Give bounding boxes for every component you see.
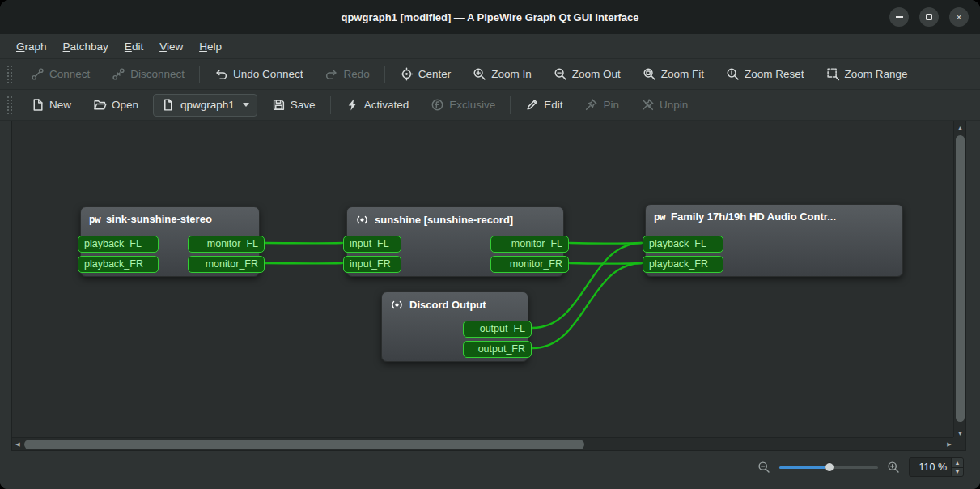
zoom-in-icon (473, 67, 486, 81)
center-button[interactable]: Center (392, 63, 459, 86)
menu-patchbay[interactable]: Patchbay (55, 36, 117, 57)
scroll-left-arrow[interactable]: ◀ (12, 438, 23, 451)
close-icon: × (957, 12, 961, 22)
port-input[interactable]: playback_FR (643, 256, 723, 273)
activated-toggle[interactable]: Activated (338, 94, 417, 117)
save-button[interactable]: Save (265, 94, 323, 117)
port-output[interactable]: monitor_FL (490, 236, 569, 253)
port-output[interactable]: output_FR (463, 341, 532, 358)
connect-label: Connect (49, 68, 90, 80)
node-header: Discord Output (382, 292, 528, 312)
port-input[interactable]: playback_FL (78, 236, 159, 253)
menu-view[interactable]: View (151, 36, 191, 57)
patchbay-select[interactable]: qpwgraph1 (153, 94, 257, 117)
node-title: sunshine [sunshine-record] (375, 214, 513, 226)
redo-button[interactable]: Redo (317, 63, 376, 86)
undo-connect-button[interactable]: Undo Connect (207, 63, 310, 86)
zoom-out-icon (554, 67, 567, 81)
menu-graph[interactable]: Graph (8, 36, 55, 57)
new-button[interactable]: New (23, 94, 78, 117)
redo-label: Redo (343, 68, 369, 80)
toolbar-grip[interactable] (6, 65, 13, 84)
zoom-fit-label: Zoom Fit (661, 68, 704, 80)
connect-button[interactable]: Connect (23, 63, 97, 86)
disconnect-button[interactable]: Disconnect (104, 63, 192, 86)
zoom-range-icon (826, 67, 840, 81)
chevron-down-icon (243, 103, 249, 107)
menu-edit[interactable]: Edit (117, 36, 151, 57)
zoom-in-icon (887, 461, 900, 474)
zoom-reset-button[interactable]: Zoom Reset (719, 63, 812, 86)
toolbar-separator (510, 96, 511, 114)
spin-arrows: ▲ ▼ (951, 458, 963, 476)
disconnect-icon (112, 67, 125, 81)
port-input[interactable]: input_FL (343, 236, 401, 253)
zoom-out-icon (757, 461, 770, 474)
unpin-button[interactable]: Unpin (634, 94, 695, 117)
open-button[interactable]: Open (86, 94, 146, 117)
graph-node[interactable]: sunshine [sunshine-record] input_FL inpu… (346, 206, 564, 277)
maximize-button[interactable] (919, 7, 939, 27)
spin-up-button[interactable]: ▲ (952, 458, 963, 467)
toolbar-separator (199, 66, 200, 83)
zoom-range-button[interactable]: Zoom Range (819, 63, 915, 86)
zoom-fit-button[interactable]: Zoom Fit (635, 63, 711, 86)
pin-button[interactable]: Pin (577, 94, 626, 117)
edit-toggle[interactable]: Edit (518, 94, 570, 117)
scroll-up-arrow[interactable]: ▲ (954, 121, 966, 133)
zoom-slider[interactable] (779, 457, 878, 477)
unpin-icon (641, 98, 655, 112)
center-icon (400, 67, 414, 81)
new-label: New (49, 99, 71, 111)
zoom-range-label: Zoom Range (845, 68, 908, 80)
graph-toolbar: Connect Disconnect Undo Connect Redo Cen… (0, 59, 980, 90)
node-title: Family 17h/19h HD Audio Contr... (671, 210, 836, 223)
port-input[interactable]: playback_FL (643, 236, 723, 253)
vertical-scrollbar[interactable]: ▲ ▼ (953, 121, 965, 439)
port-output[interactable]: monitor_FR (188, 256, 265, 273)
toolbar-grip[interactable] (6, 96, 13, 115)
pipewire-icon: pw (89, 213, 100, 225)
horizontal-scrollbar-thumb[interactable] (24, 440, 584, 449)
zoom-value[interactable]: 110 % (910, 458, 951, 476)
scrollbar-corner (953, 437, 965, 450)
undo-icon (214, 67, 228, 81)
horizontal-scrollbar[interactable]: ◀ ▶ (12, 437, 955, 450)
vertical-scrollbar-thumb[interactable] (956, 135, 965, 422)
activated-icon (346, 98, 359, 112)
zoom-in-button[interactable]: Zoom In (465, 63, 539, 86)
port-input[interactable]: playback_FR (78, 256, 159, 273)
window-controls: × (889, 7, 969, 27)
center-label: Center (418, 68, 452, 80)
patchbay-select-value: qpwgraph1 (180, 99, 235, 111)
minimize-button[interactable] (889, 7, 909, 27)
node-header: pw sink-sunshine-stereo (81, 207, 259, 225)
port-input[interactable]: input_FR (343, 256, 401, 273)
port-output[interactable]: output_FL (463, 321, 532, 338)
graph-node[interactable]: Discord Output output_FL output_FR (381, 291, 528, 362)
exclusive-toggle[interactable]: Exclusive (423, 94, 503, 117)
record-icon (355, 213, 369, 227)
titlebar[interactable]: qpwgraph1 [modified] — A PipeWire Graph … (0, 0, 980, 34)
graph-node[interactable]: pw sink-sunshine-stereo playback_FL play… (80, 206, 260, 277)
zoom-out-button[interactable]: Zoom Out (546, 63, 628, 86)
zoom-spinbox[interactable]: 110 % ▲ ▼ (909, 457, 964, 477)
spin-down-button[interactable]: ▼ (952, 467, 963, 477)
new-file-icon (31, 98, 45, 112)
zoom-in-label: Zoom In (491, 68, 532, 80)
port-output[interactable]: monitor_FL (188, 236, 265, 253)
node-header: sunshine [sunshine-record] (347, 207, 563, 227)
graph-canvas[interactable]: pw sink-sunshine-stereo playback_FL play… (12, 121, 955, 439)
menu-help[interactable]: Help (191, 36, 230, 57)
open-folder-icon (93, 98, 107, 112)
port-output[interactable]: monitor_FR (490, 256, 569, 273)
graph-node[interactable]: pw Family 17h/19h HD Audio Contr... play… (645, 204, 903, 277)
close-button[interactable]: × (949, 7, 969, 27)
save-icon (272, 98, 286, 112)
disconnect-label: Disconnect (130, 68, 185, 80)
redo-icon (325, 67, 338, 81)
save-label: Save (291, 99, 316, 111)
window-title: qpwgraph1 [modified] — A PipeWire Graph … (341, 11, 638, 23)
zoom-slider-handle[interactable] (825, 462, 834, 472)
pin-label: Pin (603, 99, 619, 111)
